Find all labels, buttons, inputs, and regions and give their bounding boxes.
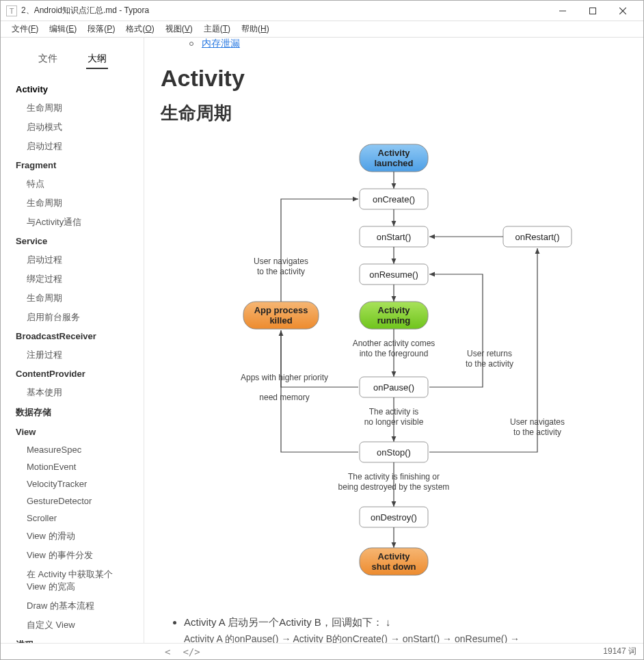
- svg-text:The activity is finishing or: The activity is finishing or: [348, 472, 440, 481]
- svg-text:being destroyed by the system: being destroyed by the system: [338, 482, 450, 492]
- menu-item[interactable]: 格式(O): [120, 22, 159, 36]
- outline-h1[interactable]: Service: [1, 232, 144, 250]
- outline-h2[interactable]: 自定义 View: [1, 616, 144, 635]
- node-onrestart: onRestart(): [515, 232, 559, 242]
- sidebar-tabs: 文件 大纲: [1, 38, 144, 76]
- svg-text:no longer visible: no longer visible: [364, 417, 424, 427]
- svg-text:Apps with higher priority: Apps with higher priority: [241, 373, 328, 382]
- menu-item[interactable]: 主题(T): [198, 22, 236, 36]
- outline-h2[interactable]: Scroller: [1, 510, 144, 527]
- node-onpause: onPause(): [373, 382, 414, 393]
- menu-item[interactable]: 帮助(H): [236, 22, 275, 36]
- svg-text:to the activity: to the activity: [513, 427, 561, 437]
- statusbar: < </> 19147 词: [1, 643, 643, 659]
- node-running: Activity: [378, 305, 411, 315]
- menu-item[interactable]: 编辑(E): [44, 22, 82, 36]
- window-titlebar: T 2、Android知识点汇总.md - Typora: [1, 1, 643, 21]
- toc-entry: 内存泄漏: [189, 38, 627, 50]
- tab-outline[interactable]: 大纲: [86, 50, 108, 69]
- outline-h2[interactable]: 启动模式: [1, 118, 144, 137]
- outline-h2[interactable]: VelocityTracker: [1, 475, 144, 492]
- outline-h2[interactable]: 绑定过程: [1, 269, 144, 289]
- svg-text:shut down: shut down: [372, 562, 416, 572]
- sidebar: 文件 大纲 Activity生命周期启动模式启动过程Fragment特点生命周期…: [1, 38, 144, 643]
- menu-item[interactable]: 视图(V): [160, 22, 198, 36]
- outline-panel: Activity生命周期启动模式启动过程Fragment特点生命周期与Activ…: [1, 76, 144, 643]
- lifecycle-diagram: Activity launched onCreate() onStart() o…: [161, 137, 627, 603]
- minimize-button[interactable]: [548, 1, 578, 21]
- outline-h1[interactable]: 进程: [1, 635, 144, 643]
- back-button[interactable]: <: [165, 646, 170, 657]
- node-onstop: onStop(): [377, 447, 411, 458]
- outline-h2[interactable]: 生命周期: [1, 98, 144, 118]
- svg-text:to the activity: to the activity: [257, 267, 305, 276]
- app-icon: T: [6, 5, 17, 16]
- outline-h2[interactable]: 启动过程: [1, 137, 144, 156]
- toc-link[interactable]: 内存泄漏: [202, 38, 240, 49]
- close-button[interactable]: [608, 1, 638, 21]
- menu-item[interactable]: 段落(P): [82, 22, 120, 36]
- svg-text:User navigates: User navigates: [510, 417, 565, 427]
- svg-text:to the activity: to the activity: [466, 359, 513, 369]
- outline-h1[interactable]: BroadcastReceiver: [1, 327, 144, 345]
- menubar: 文件(F)编辑(E)段落(P)格式(O)视图(V)主题(T)帮助(H): [1, 21, 643, 38]
- outline-h2[interactable]: View 的事件分发: [1, 546, 144, 565]
- body-subline[interactable]: Activity A 的onPause() → Activity B的onCre…: [161, 633, 627, 643]
- node-launched: Activity: [378, 148, 411, 158]
- heading-lifecycle[interactable]: 生命周期: [161, 101, 627, 125]
- node-killed: App process: [254, 305, 308, 315]
- bullet-icon: [189, 42, 193, 46]
- heading-activity[interactable]: Activity: [161, 65, 627, 92]
- outline-h2[interactable]: 生命周期: [1, 194, 144, 213]
- svg-text:The activity is: The activity is: [369, 407, 419, 417]
- outline-h2[interactable]: Draw 的基本流程: [1, 596, 144, 616]
- outline-h1[interactable]: ContentProvider: [1, 365, 144, 383]
- svg-text:User navigates: User navigates: [254, 256, 308, 266]
- svg-text:User returns: User returns: [467, 349, 512, 358]
- svg-text:launched: launched: [374, 158, 413, 168]
- outline-h1[interactable]: View: [1, 423, 144, 441]
- window-title: 2、Android知识点汇总.md - Typora: [21, 5, 548, 16]
- node-ondestroy: onDestroy(): [371, 512, 417, 523]
- svg-text:killed: killed: [269, 315, 292, 326]
- outline-h2[interactable]: 特点: [1, 174, 144, 194]
- outline-h2[interactable]: View 的滑动: [1, 527, 144, 546]
- outline-h2[interactable]: 启动过程: [1, 250, 144, 269]
- node-oncreate: onCreate(): [373, 194, 415, 204]
- maximize-button[interactable]: [578, 1, 608, 21]
- outline-h2[interactable]: 与Activity通信: [1, 213, 144, 232]
- tab-files[interactable]: 文件: [37, 50, 59, 69]
- outline-h2[interactable]: GestureDetector: [1, 492, 144, 510]
- editor-content[interactable]: 内存泄漏 Activity 生命周期 Activity launched: [144, 38, 643, 643]
- svg-text:into the foreground: into the foreground: [360, 349, 429, 358]
- outline-h2[interactable]: MeasureSpec: [1, 441, 144, 458]
- body-list[interactable]: Activity A 启动另一个Activity B，回调如下： ↓: [161, 616, 627, 629]
- outline-h1[interactable]: Activity: [1, 80, 144, 98]
- outline-h1[interactable]: Fragment: [1, 156, 144, 174]
- svg-rect-1: [590, 8, 596, 14]
- outline-h2[interactable]: 启用前台服务: [1, 308, 144, 327]
- node-shutdown: Activity: [378, 551, 411, 562]
- svg-text:running: running: [377, 315, 410, 326]
- outline-h2[interactable]: 注册过程: [1, 345, 144, 365]
- outline-h2[interactable]: 基本使用: [1, 383, 144, 402]
- outline-h2[interactable]: 生命周期: [1, 289, 144, 308]
- node-onresume: onResume(): [369, 269, 418, 280]
- outline-h2[interactable]: 在 Activity 中获取某个 View 的宽高: [1, 565, 144, 596]
- source-mode-button[interactable]: </>: [183, 646, 200, 657]
- menu-item[interactable]: 文件(F): [6, 22, 44, 36]
- list-item[interactable]: Activity A 启动另一个Activity B，回调如下： ↓: [184, 616, 627, 629]
- svg-text:need memory: need memory: [259, 393, 309, 402]
- outline-h1[interactable]: 数据存储: [1, 402, 144, 423]
- outline-h2[interactable]: MotionEvent: [1, 458, 144, 475]
- node-onstart: onStart(): [377, 232, 412, 242]
- svg-text:Another activity comes: Another activity comes: [353, 339, 435, 348]
- word-count[interactable]: 19147 词: [603, 646, 636, 657]
